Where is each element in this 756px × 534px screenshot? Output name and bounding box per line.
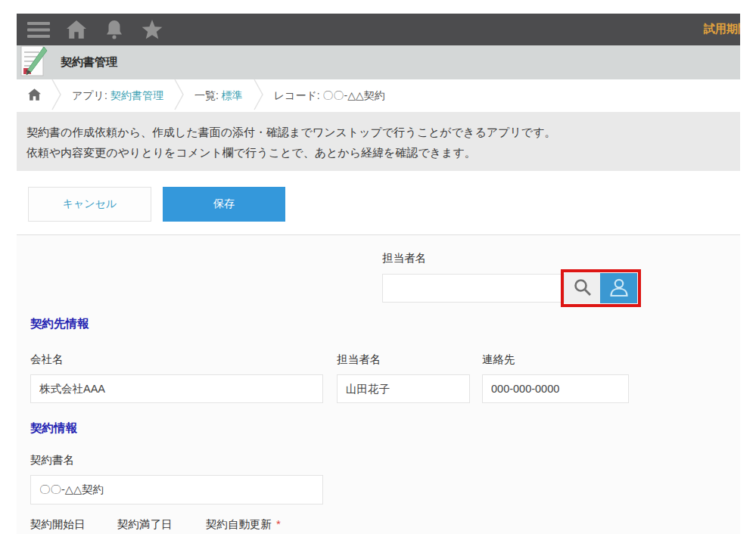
breadcrumb-view-prefix: 一覧:	[194, 89, 219, 101]
contact-person-input[interactable]	[337, 374, 470, 403]
assignee-lookup-input[interactable]	[382, 274, 565, 303]
breadcrumb-app-prefix: アプリ:	[72, 89, 107, 101]
auto-renewal-label: 契約自動更新*	[206, 517, 281, 532]
breadcrumb-app-segment[interactable]: アプリ:契約書管理	[72, 89, 163, 103]
star-icon[interactable]	[138, 14, 166, 45]
app-window: 試用期間 契約書管理 アプリ:契約書管理	[17, 14, 740, 534]
global-navigation-bar: 試用期間	[17, 14, 740, 45]
app-title: 契約書管理	[61, 55, 117, 70]
chevron-right-icon	[254, 79, 263, 113]
contact-person-label: 担当者名	[337, 352, 381, 367]
app-description-line2: 依頼や内容変更のやりとりをコメント欄で行うことで、あとから経緯を確認できます。	[26, 142, 725, 163]
breadcrumb: アプリ:契約書管理 一覧:標準 レコード: 〇〇-△△契約	[17, 79, 740, 112]
trial-period-badge[interactable]: 試用期間	[704, 22, 740, 36]
chevron-right-icon	[51, 79, 61, 113]
app-description: 契約書の作成依頼から、作成した書面の添付・確認までワンストップで行うことができる…	[17, 112, 740, 171]
breadcrumb-view-segment[interactable]: 一覧:標準	[194, 89, 243, 103]
bell-icon[interactable]	[100, 14, 129, 45]
contract-name-input[interactable]	[30, 475, 323, 505]
hamburger-menu-icon[interactable]	[24, 14, 53, 45]
assignee-lookup-label: 担当者名	[382, 251, 426, 265]
contact-info-input[interactable]	[482, 374, 629, 403]
save-button[interactable]: 保存	[163, 187, 285, 222]
breadcrumb-record-label: レコード: 〇〇-△△契約	[274, 89, 385, 103]
lookup-search-button[interactable]	[565, 273, 600, 303]
section-title-client-info: 契約先情報	[30, 316, 89, 332]
home-icon[interactable]	[62, 14, 91, 45]
contract-app-icon	[19, 45, 48, 79]
contract-start-date-label: 契約開始日	[30, 517, 86, 532]
company-name-input[interactable]	[30, 374, 323, 403]
app-description-line1: 契約書の作成依頼から、作成した書面の添付・確認までワンストップで行うことができる…	[26, 122, 725, 142]
chevron-right-icon	[174, 79, 184, 113]
contract-end-date-label: 契約満了日	[117, 517, 173, 532]
company-name-label: 会社名	[30, 352, 64, 367]
app-header: 契約書管理	[17, 45, 740, 79]
contact-info-label: 連絡先	[482, 352, 515, 367]
person-icon	[608, 277, 630, 300]
select-user-button[interactable]	[600, 273, 637, 303]
cancel-button[interactable]: キャンセル	[28, 187, 151, 222]
required-marker: *	[276, 517, 281, 530]
search-icon	[573, 278, 593, 300]
record-edit-form: 担当者名 契約先情報 会社名 担当者名 連絡先 契約情報 契約書名 契約開始日 …	[17, 234, 740, 534]
breadcrumb-app-link[interactable]: 契約書管理	[110, 89, 163, 101]
breadcrumb-home-icon[interactable]	[28, 88, 41, 103]
breadcrumb-view-link[interactable]: 標準	[222, 89, 243, 101]
section-title-contract-info: 契約情報	[30, 421, 77, 436]
contract-name-label: 契約書名	[30, 453, 74, 467]
